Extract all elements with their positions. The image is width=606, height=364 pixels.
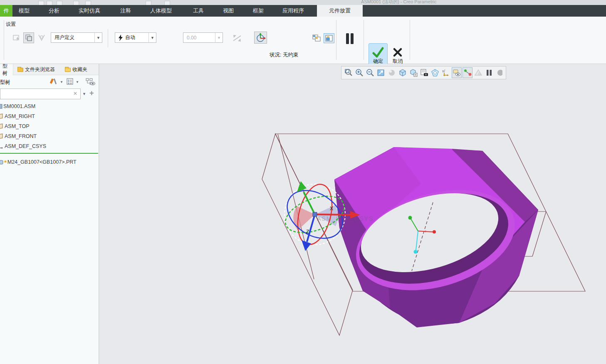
tab-manikin[interactable]: 人体模型 xyxy=(150,5,172,17)
quick-access-icon[interactable] xyxy=(47,1,52,5)
saved-views-icon[interactable] xyxy=(408,67,418,78)
favorites-folder-icon xyxy=(65,68,71,72)
predefined-set-combo[interactable]: 自动 ▼ xyxy=(115,32,156,43)
dragger-toggle-button[interactable] xyxy=(254,32,267,44)
fix-placement-icon xyxy=(25,34,32,42)
main-window-icon xyxy=(325,35,333,42)
search-input[interactable] xyxy=(0,89,81,99)
3d-dragger-toggle-icon[interactable] xyxy=(473,67,483,78)
tab-folder-browser[interactable]: 文件夹浏览器 xyxy=(15,64,57,75)
quick-access-icon[interactable] xyxy=(146,1,151,5)
assembly-icon xyxy=(0,103,2,109)
zoom-region-icon[interactable] xyxy=(344,67,354,78)
separator xyxy=(410,20,410,60)
datum-display-icon[interactable]: x/ xyxy=(441,67,451,78)
perspective-icon[interactable] xyxy=(430,67,440,78)
favorites-tab-label: 收藏夹 xyxy=(72,66,87,73)
navigator-tabs: 型树 文件夹浏览器 收藏夹 xyxy=(0,64,99,75)
tree-row-asm-front[interactable]: ASM_FRONT xyxy=(0,131,99,141)
show-component-window-button[interactable] xyxy=(311,33,322,43)
datum-placement-icon xyxy=(37,34,46,42)
pause-display-icon[interactable] xyxy=(484,67,494,78)
constraint-image-button[interactable] xyxy=(12,32,22,43)
folder-icon xyxy=(17,68,23,72)
datum-placement-button[interactable] xyxy=(37,32,47,43)
tree-search-row: ✕ ▼ + xyxy=(0,88,99,100)
csys-icon xyxy=(0,143,3,149)
lightning-icon xyxy=(118,34,124,41)
offset-field[interactable]: 0.00 ▼ xyxy=(183,32,223,43)
dragger-angle-wedge-blue xyxy=(315,205,338,226)
show-in-assembly-window-button[interactable] xyxy=(324,33,334,43)
flip-constraint-button[interactable] xyxy=(231,33,243,43)
quick-access-icon[interactable] xyxy=(164,1,170,5)
pause-button[interactable] xyxy=(343,31,357,47)
nut-model[interactable] xyxy=(334,147,538,327)
dragger-axis-x[interactable] xyxy=(315,214,350,215)
tab-view[interactable]: 视图 xyxy=(223,5,234,17)
predefined-set-value: 自动 xyxy=(124,34,148,41)
tab-framework[interactable]: 框架 xyxy=(253,5,264,17)
tree-row-asm-csys[interactable]: ASM_DEF_CSYS xyxy=(0,141,99,151)
tab-favorites[interactable]: 收藏夹 xyxy=(62,64,90,75)
chevron-down-icon: ▼ xyxy=(215,33,223,42)
title-bar: ASM0001 (活动的) - Creo Parametric xyxy=(0,0,606,5)
spin-center-icon[interactable] xyxy=(463,67,472,78)
zoom-in-icon[interactable] xyxy=(354,67,364,78)
model-tree-panel: 型树 文件夹浏览器 收藏夹 型树 ▼ xyxy=(0,64,99,364)
tree-row-assembly[interactable]: SM0001.ASM xyxy=(0,101,99,111)
insert-indicator[interactable] xyxy=(0,153,98,154)
graphics-area[interactable]: ASM_DEF_CSYS X Z xyxy=(100,64,606,364)
zoom-out-icon[interactable] xyxy=(365,67,375,78)
tree-tools-button[interactable] xyxy=(50,78,58,87)
datum-plane-icon xyxy=(0,133,3,139)
tree-item-label: ASM_TOP xyxy=(5,123,30,129)
chevron-down-icon[interactable]: ▼ xyxy=(76,80,79,84)
tree-display-icon xyxy=(86,78,96,86)
display-style-icon[interactable] xyxy=(398,67,408,78)
constraint-type-value: 用户定义 xyxy=(51,34,94,41)
tab-tools[interactable]: 工具 xyxy=(193,5,204,17)
tab-annotate[interactable]: 注释 xyxy=(120,5,131,17)
close-icon xyxy=(393,47,403,58)
list-filter-icon xyxy=(67,78,74,85)
constraint-status: 状况: 无约束 xyxy=(270,52,298,59)
tree-row-component[interactable]: * M24_GB1007<GB1007>.PRT xyxy=(0,157,99,167)
fix-placement-button[interactable] xyxy=(23,32,34,43)
separate-window-icon xyxy=(312,34,321,42)
tab-component-placement-active[interactable]: 元件放置 xyxy=(317,5,363,17)
tab-model-tree[interactable]: 型树 xyxy=(0,64,13,75)
quick-access-icon[interactable] xyxy=(38,1,44,5)
tree-filters-button[interactable] xyxy=(67,78,74,87)
chevron-down-icon[interactable]: ▼ xyxy=(60,80,63,84)
tab-applications[interactable]: 应用程序 xyxy=(282,5,304,17)
chevron-down-icon[interactable]: ▼ xyxy=(94,33,102,42)
quick-access-icon[interactable] xyxy=(85,1,91,5)
constraint-image-icon xyxy=(13,34,20,42)
chevron-down-icon[interactable]: ▼ xyxy=(148,33,156,42)
tab-live-sim[interactable]: 实时仿真 xyxy=(79,5,100,17)
file-menu-tab[interactable]: 件 xyxy=(0,5,12,17)
pause-icon xyxy=(345,32,355,45)
folder-browser-tab-label: 文件夹浏览器 xyxy=(25,66,55,73)
dragger-center-handle[interactable] xyxy=(313,212,317,216)
tree-display-button[interactable] xyxy=(86,78,96,87)
quick-access-icon[interactable] xyxy=(57,1,62,5)
tree-row-asm-top[interactable]: ASM_TOP xyxy=(0,121,99,131)
refit-icon[interactable] xyxy=(376,67,386,78)
quick-access-icon[interactable] xyxy=(73,1,79,5)
3d-scene[interactable]: ASM_DEF_CSYS X Z xyxy=(100,64,606,364)
constraint-type-combo[interactable]: 用户定义 ▼ xyxy=(51,32,102,43)
clear-search-icon[interactable]: ✕ xyxy=(73,91,77,96)
tab-analysis[interactable]: 分析 xyxy=(49,5,59,17)
add-filter-icon[interactable]: + xyxy=(89,89,94,98)
tree-row-asm-right[interactable]: ASM_RIGHT xyxy=(0,111,99,121)
annotation-display-icon[interactable] xyxy=(452,67,462,78)
offset-value: 0.00 xyxy=(183,35,215,41)
exit-icon[interactable] xyxy=(495,67,505,78)
dragger-arrow-z[interactable] xyxy=(302,240,311,251)
tab-model[interactable]: 模型 xyxy=(19,5,30,17)
view-manager-icon[interactable] xyxy=(419,67,429,78)
chevron-down-icon[interactable]: ▼ xyxy=(82,92,86,96)
shading-style-icon[interactable] xyxy=(387,67,397,78)
